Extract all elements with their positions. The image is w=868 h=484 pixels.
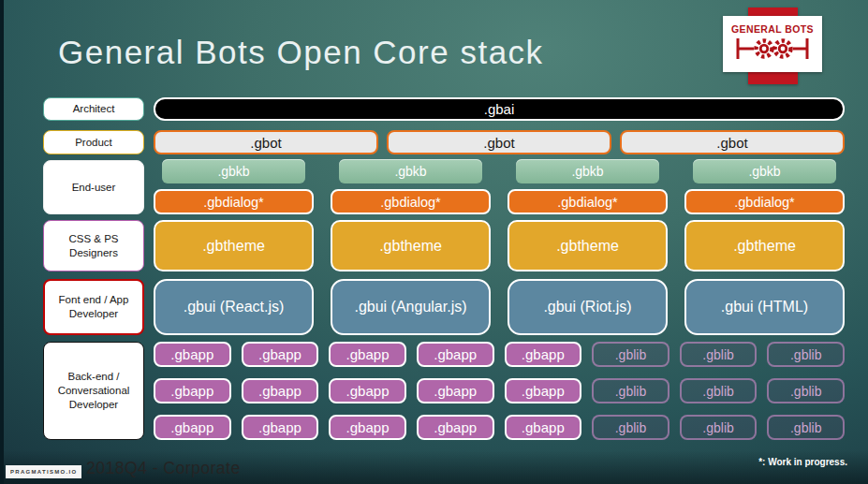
gbapp-box: .gbapp — [505, 342, 582, 367]
gbtheme-row: .gbtheme .gbtheme .gbtheme .gbtheme — [154, 220, 845, 271]
gblib-box: .gblib — [592, 342, 669, 367]
gblib-box: .gblib — [767, 415, 845, 440]
gblib-box: .gblib — [767, 378, 845, 403]
gbui-react-box: .gbui (React.js) — [154, 279, 314, 335]
row-label-architect: Architect — [43, 97, 144, 121]
gbapp-box: .gbapp — [417, 415, 494, 440]
gblib-box: .gblib — [680, 415, 758, 440]
backend-row-2: .gbapp .gbapp .gbapp .gbapp .gbapp .gbli… — [154, 378, 845, 403]
gbkb-box: .gbkb — [693, 159, 836, 183]
gbkb-box: .gbkb — [339, 159, 482, 183]
backend-row-3: .gbapp .gbapp .gbapp .gbapp .gbapp .gbli… — [154, 415, 845, 440]
gblib-box: .gblib — [767, 342, 845, 367]
gbdialog-box: .gbdialog* — [331, 189, 491, 214]
gblib-box: .gblib — [592, 378, 669, 403]
gbapp-box: .gbapp — [329, 342, 406, 367]
gbui-riot-box: .gbui (Riot.js) — [508, 279, 668, 335]
row-label-product: Product — [43, 130, 144, 154]
gbot-box: .gbot — [154, 130, 378, 154]
gbdialog-box: .gbdialog* — [508, 189, 668, 214]
gbkb-box: .gbkb — [162, 159, 305, 183]
gbtheme-box: .gbtheme — [154, 220, 314, 271]
architect-row: .gbai — [154, 97, 845, 121]
gears-icon — [733, 36, 812, 66]
gblib-box: .gblib — [680, 342, 758, 367]
gbapp-box: .gbapp — [242, 342, 319, 367]
gbot-box: .gbot — [620, 130, 845, 154]
gbdialog-row: .gbdialog* .gbdialog* .gbdialog* .gbdial… — [154, 189, 845, 214]
gbdialog-box: .gbdialog* — [154, 189, 314, 214]
general-bots-logo: GENERAL BOTS — [723, 16, 822, 72]
gbdialog-box: .gbdialog* — [684, 189, 845, 214]
gbapp-box: .gbapp — [329, 378, 406, 403]
gbapp-box: .gbapp — [154, 378, 231, 403]
row-label-frontend-developer: Font end / App Developer — [43, 279, 144, 335]
slide: General Bots Open Core stack GENERAL BOT… — [0, 0, 868, 484]
gbtheme-box: .gbtheme — [331, 220, 491, 271]
gbkb-row: .gbkb .gbkb .gbkb .gbkb — [154, 159, 845, 183]
gbtheme-box: .gbtheme — [684, 220, 845, 271]
gbkb-box: .gbkb — [516, 159, 659, 183]
gblib-box: .gblib — [592, 415, 669, 440]
gbapp-box: .gbapp — [154, 415, 231, 440]
gbui-angular-box: .gbui (Angular.js) — [331, 279, 491, 335]
row-label-end-user: End-user — [43, 160, 144, 214]
gbapp-box: .gbapp — [329, 415, 406, 440]
backend-row-1: .gbapp .gbapp .gbapp .gbapp .gbapp .gbli… — [154, 342, 845, 367]
gbapp-box: .gbapp — [417, 342, 494, 367]
gbapp-box: .gbapp — [242, 415, 319, 440]
product-row: .gbot .gbot .gbot — [154, 130, 845, 154]
gbot-box: .gbot — [387, 130, 611, 154]
gbui-row: .gbui (React.js) .gbui (Angular.js) .gbu… — [154, 279, 845, 335]
row-label-designers: CSS & PS Designers — [43, 220, 144, 271]
gblib-box: .gblib — [680, 378, 758, 403]
gbtheme-box: .gbtheme — [508, 220, 668, 271]
pragmatismo-badge: PRAGMATISMO.IO — [6, 465, 81, 478]
gbapp-box: .gbapp — [417, 378, 494, 403]
work-in-progress-note: *: Work in progress. — [758, 457, 847, 467]
gbai-box: .gbai — [154, 97, 845, 121]
gbapp-box: .gbapp — [242, 378, 319, 403]
row-label-backend-developer: Back-end / Conversational Developer — [43, 342, 144, 440]
gbapp-box: .gbapp — [505, 415, 582, 440]
slide-footer-label: 2018Q4 - Corporate — [86, 459, 241, 478]
logo-brand-text: GENERAL BOTS — [731, 23, 814, 35]
page-title: General Bots Open Core stack — [58, 34, 544, 71]
gbapp-box: .gbapp — [505, 378, 582, 403]
gbapp-box: .gbapp — [154, 342, 231, 367]
gbui-html-box: .gbui (HTML) — [684, 279, 845, 335]
